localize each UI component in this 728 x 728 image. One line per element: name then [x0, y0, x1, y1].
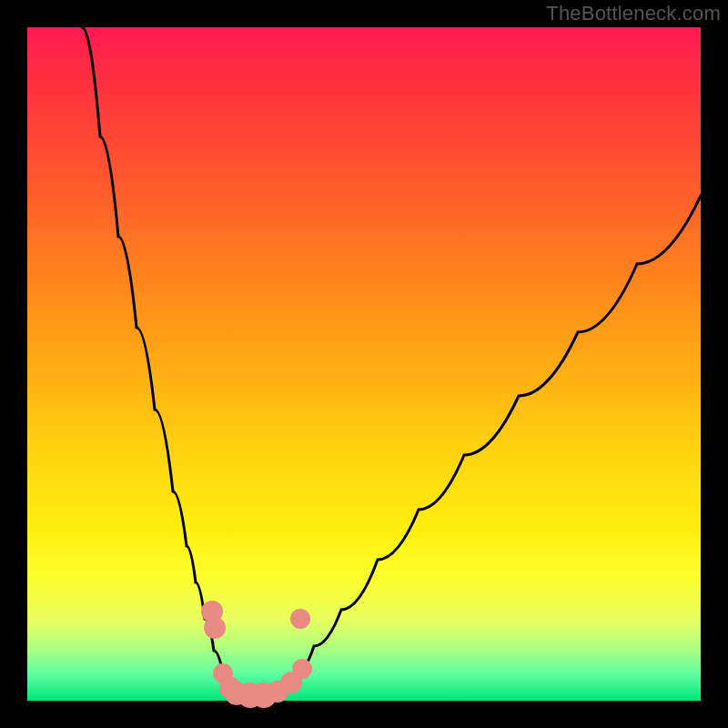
- valley-marker: [204, 617, 226, 639]
- curve-left-branch: [82, 27, 241, 701]
- figure-frame: TheBottleneck.com: [0, 0, 728, 728]
- curve-right-branch: [273, 196, 701, 701]
- chart-svg: [27, 27, 701, 701]
- valley-marker: [290, 609, 310, 629]
- valley-marker: [292, 659, 312, 679]
- plot-area: [27, 27, 701, 701]
- watermark-text: TheBottleneck.com: [546, 2, 721, 25]
